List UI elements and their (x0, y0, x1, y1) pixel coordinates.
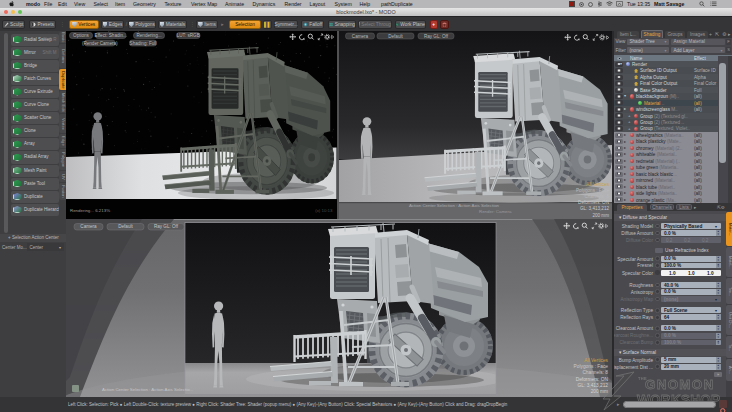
svg-text:Shading: Full: Shading: Full (130, 41, 157, 46)
svg-text:All Vertices: All Vertices (586, 182, 609, 187)
svg-text:GL: 3,413,212: GL: 3,413,212 (580, 206, 610, 211)
svg-text:Default: Default (118, 224, 133, 229)
svg-text:Ray GL: Off: Ray GL: Off (424, 34, 449, 39)
svg-text:Rendering...: Rendering... (136, 33, 161, 38)
svg-text:Render: Camera: Render: Camera (479, 209, 512, 214)
svg-text:Rendering... 6.213%: Rendering... 6.213% (70, 208, 110, 213)
svg-text:(x) 10:13: (x) 10:13 (315, 208, 333, 213)
svg-text:GNOMON: GNOMON (645, 377, 714, 392)
svg-text:Camera: Camera (80, 224, 97, 229)
svg-text:Polygons : Face: Polygons : Face (576, 188, 609, 193)
svg-text:Options: Options (73, 33, 90, 38)
svg-text:(Render Camera): (Render Camera) (82, 41, 118, 46)
svg-text:Ray GL: Off: Ray GL: Off (154, 224, 179, 229)
svg-text:Effect: Shadin...: Effect: Shadin... (95, 33, 127, 38)
svg-text:Action Center Selection : Acti: Action Center Selection : Action Axis Se… (409, 203, 500, 208)
svg-text:LUT: sRGB: LUT: sRGB (177, 33, 200, 38)
svg-text:200 mm: 200 mm (592, 213, 609, 218)
svg-text:All Vertices: All Vertices (584, 358, 608, 363)
svg-text:Camera: Camera (352, 34, 369, 39)
svg-text:Deformers: ON: Deformers: ON (578, 200, 609, 205)
svg-text:Default: Default (388, 34, 403, 39)
svg-text:Action Center Selection : Acti: Action Center Selection : Action Axis Se… (102, 387, 193, 392)
svg-text:Channels: 8: Channels: 8 (584, 194, 609, 199)
